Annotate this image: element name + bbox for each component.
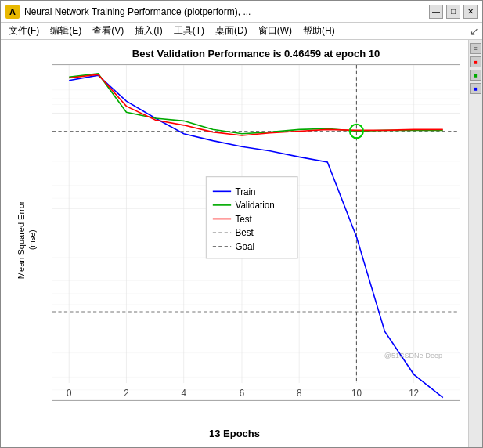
svg-text:6: 6 (240, 387, 245, 398)
toolbar-arrow[interactable]: ↙ (470, 25, 479, 38)
svg-text:Validation: Validation (235, 200, 274, 211)
menu-tools[interactable]: 工具(T) (169, 23, 209, 39)
title-bar: A Neural Network Training Performance (p… (1, 1, 482, 23)
x-axis-label: 13 Epochs (209, 428, 260, 439)
svg-text:12: 12 (409, 387, 419, 398)
svg-text:Train: Train (235, 186, 255, 197)
menu-help[interactable]: 帮助(H) (298, 23, 340, 39)
menu-file[interactable]: 文件(F) (4, 23, 44, 39)
menu-insert[interactable]: 插入(I) (130, 23, 167, 39)
menu-window[interactable]: 窗口(W) (254, 23, 297, 39)
chart-title: Best Validation Performance is 0.46459 a… (52, 48, 460, 60)
menu-view[interactable]: 查看(V) (88, 23, 128, 39)
menu-bar: 文件(F) 编辑(E) 查看(V) 插入(I) 工具(T) 桌面(D) 窗口(W… (1, 23, 482, 40)
minimize-button[interactable]: — (429, 5, 443, 19)
menu-edit[interactable]: 编辑(E) (45, 23, 86, 39)
right-strip: ≡ ■ ■ ■ (468, 40, 482, 447)
svg-text:8: 8 (297, 387, 302, 398)
menu-desktop[interactable]: 桌面(D) (211, 23, 252, 39)
svg-text:4: 4 (181, 387, 186, 398)
svg-text:2: 2 (124, 387, 128, 398)
right-strip-btn-4[interactable]: ■ (470, 83, 481, 94)
maximize-button[interactable]: □ (446, 5, 460, 19)
main-window: A Neural Network Training Performance (p… (0, 0, 483, 448)
right-strip-btn-1[interactable]: ≡ (470, 43, 481, 54)
svg-text:Best: Best (235, 227, 254, 238)
svg-text:Goal: Goal (235, 241, 254, 252)
svg-text:0: 0 (67, 387, 72, 398)
chart-container: Best Validation Performance is 0.46459 a… (1, 40, 468, 447)
y-axis-label: Mean Squared Error(mse) (16, 201, 38, 279)
svg-text:10: 10 (351, 387, 362, 398)
right-strip-btn-2[interactable]: ■ (470, 56, 481, 67)
right-strip-btn-3[interactable]: ■ (470, 70, 481, 81)
chart-area: Best Validation Performance is 0.46459 a… (1, 40, 482, 447)
app-icon: A (5, 5, 20, 19)
svg-text:Test: Test (235, 214, 252, 225)
watermark: @51CSDNe-Deep (384, 352, 442, 359)
close-button[interactable]: ✕ (463, 5, 478, 19)
window-title: Neural Network Training Performance (plo… (24, 6, 424, 17)
chart-svg: 101 100 10-2 10-4 10-6 0 2 4 6 8 10 12 (52, 65, 460, 400)
svg-text:A: A (9, 7, 16, 16)
window-controls: — □ ✕ (429, 5, 478, 19)
plot-area: 101 100 10-2 10-4 10-6 0 2 4 6 8 10 12 (52, 64, 460, 401)
